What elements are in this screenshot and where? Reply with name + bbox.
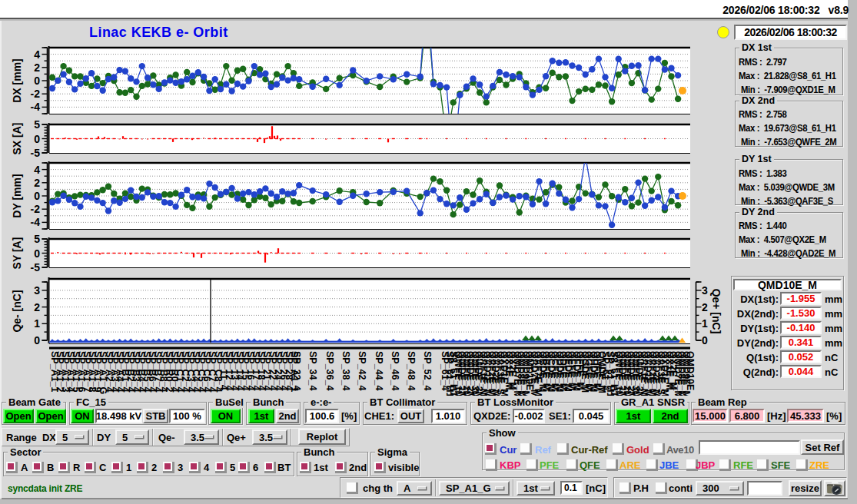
svg-text:4: 4 bbox=[34, 48, 40, 61]
svg-text:0: 0 bbox=[34, 247, 40, 260]
svg-text:-4: -4 bbox=[31, 216, 41, 228]
svg-text:1: 1 bbox=[34, 317, 40, 330]
svg-text:Qe- [nC]: Qe- [nC] bbox=[11, 290, 23, 332]
svg-text:2: 2 bbox=[34, 301, 40, 313]
svg-text:SX [A]: SX [A] bbox=[11, 123, 23, 155]
svg-text:0: 0 bbox=[702, 334, 708, 346]
svg-text:QMD10E_M: QMD10E_M bbox=[685, 351, 696, 396]
svg-text:5: 5 bbox=[34, 118, 40, 131]
svg-text:SP_32_4: SP_32_4 bbox=[291, 351, 302, 390]
svg-text:3: 3 bbox=[702, 284, 708, 297]
svg-text:SP_34_4: SP_34_4 bbox=[307, 351, 318, 390]
svg-text:SP_44_4: SP_44_4 bbox=[374, 351, 384, 390]
svg-text:-5: -5 bbox=[31, 147, 41, 159]
svg-text:3: 3 bbox=[34, 284, 40, 297]
svg-text:1: 1 bbox=[702, 317, 708, 330]
svg-text:-2: -2 bbox=[31, 203, 41, 215]
svg-text:SP_36_4: SP_36_4 bbox=[324, 351, 335, 390]
svg-text:DX [mm]: DX [mm] bbox=[11, 58, 23, 103]
svg-text:DY [mm]: DY [mm] bbox=[11, 174, 23, 217]
svg-text:-5: -5 bbox=[31, 261, 41, 274]
svg-text:2: 2 bbox=[34, 61, 40, 74]
svg-text:0: 0 bbox=[34, 190, 40, 202]
svg-text:2: 2 bbox=[34, 177, 40, 189]
svg-text:-2: -2 bbox=[31, 88, 41, 100]
svg-text:SP_38_4: SP_38_4 bbox=[340, 351, 351, 390]
svg-text:4: 4 bbox=[34, 164, 40, 176]
svg-text:SP_52_4: SP_52_4 bbox=[422, 351, 433, 390]
svg-text:2: 2 bbox=[702, 301, 708, 313]
svg-text:SP_46_4: SP_46_4 bbox=[390, 351, 400, 390]
svg-text:SP_48_4: SP_48_4 bbox=[406, 351, 417, 390]
svg-text:SP_42_4: SP_42_4 bbox=[357, 351, 367, 390]
svg-text:0: 0 bbox=[34, 133, 40, 145]
svg-text:0: 0 bbox=[34, 334, 40, 346]
svg-text:5: 5 bbox=[34, 233, 40, 245]
svg-text:0: 0 bbox=[34, 75, 40, 87]
svg-text:Qe+ [nC]: Qe+ [nC] bbox=[710, 289, 722, 334]
svg-text:-4: -4 bbox=[31, 101, 41, 113]
svg-text:SY [A]: SY [A] bbox=[11, 237, 23, 270]
